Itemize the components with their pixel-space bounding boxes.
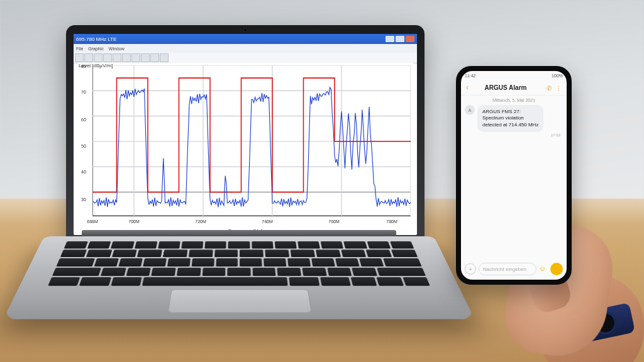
- menubar[interactable]: File Graphic Window: [74, 44, 417, 53]
- add-icon[interactable]: +: [465, 263, 476, 275]
- window-title: 695-780 MHz LTE: [76, 36, 116, 42]
- window-titlebar: 695-780 MHz LTE: [74, 34, 417, 44]
- tool-icon[interactable]: [84, 53, 93, 62]
- limit-mask-series: [92, 78, 411, 192]
- maximize-icon[interactable]: [396, 36, 404, 42]
- tool-icon[interactable]: [122, 53, 131, 62]
- chat-title: ARGUS Alarm: [485, 84, 527, 91]
- x-tick: 720M: [195, 219, 206, 224]
- placeholder: Nachricht eingeben: [483, 266, 526, 272]
- trackpad[interactable]: [168, 290, 312, 313]
- y-tick: 70: [81, 90, 86, 94]
- minimize-icon[interactable]: [386, 36, 394, 42]
- message-line: Spectrum violation: [482, 115, 538, 121]
- y-tick: 80: [81, 64, 86, 69]
- laptop-screen: 695-780 MHz LTE File Graphic Window Leve…: [74, 34, 417, 235]
- menu-file[interactable]: File: [76, 47, 83, 51]
- back-icon[interactable]: ‹: [466, 83, 469, 92]
- tool-icon[interactable]: [160, 53, 169, 62]
- webcam-icon: [243, 28, 248, 33]
- close-icon[interactable]: [406, 36, 414, 42]
- emoji-icon[interactable]: ☺: [539, 265, 548, 273]
- x-tick: 688M: [87, 219, 98, 224]
- menu-window[interactable]: Window: [109, 47, 125, 51]
- tool-icon[interactable]: [141, 53, 150, 62]
- status-battery: 100%: [552, 74, 563, 78]
- chat-date: Mittwoch, 5. Mai 2021: [461, 98, 567, 102]
- y-tick: 60: [81, 118, 86, 122]
- smartphone: 11:42 100% ‹ ARGUS Alarm ✆⋮ Mittwoch, 5.…: [456, 66, 572, 285]
- composer: + Nachricht eingeben ☺: [465, 262, 563, 276]
- toolbar[interactable]: [74, 53, 417, 63]
- tool-icon[interactable]: [75, 53, 84, 62]
- measurement-series: [92, 87, 411, 207]
- tool-icon[interactable]: [150, 53, 159, 62]
- message-line: ARGUS FMS 27:: [482, 109, 538, 115]
- x-tick: 700M: [128, 219, 140, 224]
- status-time: 11:42: [465, 74, 476, 78]
- spectrum-plot: Level [dBµV/m] 80 70 60: [77, 63, 413, 225]
- chat-header: ‹ ARGUS Alarm ✆⋮: [461, 80, 567, 96]
- message-time: 17:02: [461, 132, 567, 137]
- y-tick: 40: [81, 169, 86, 173]
- avatar: A: [465, 105, 475, 115]
- y-tick: 50: [81, 143, 86, 148]
- call-icon[interactable]: ✆: [547, 85, 552, 92]
- message-row: A ARGUS FMS 27: Spectrum violation detec…: [461, 105, 567, 132]
- message-line: detected at 714.450 MHz: [482, 122, 538, 128]
- tool-icon[interactable]: [113, 53, 121, 62]
- laptop-base: [3, 236, 475, 319]
- phone-statusbar: 11:42 100%: [461, 71, 567, 80]
- menu-icon[interactable]: ⋮: [555, 85, 562, 92]
- send-button[interactable]: [550, 263, 563, 275]
- keyboard[interactable]: [48, 241, 430, 286]
- plot-svg: [92, 65, 411, 217]
- tool-icon[interactable]: [103, 53, 112, 62]
- tool-icon[interactable]: [131, 53, 140, 62]
- x-tick: 740M: [262, 219, 273, 224]
- tool-icon[interactable]: [94, 53, 103, 62]
- laptop: 695-780 MHz LTE File Graphic Window Leve…: [44, 25, 434, 352]
- photo-scene: 695-780 MHz LTE File Graphic Window Leve…: [0, 0, 644, 362]
- menu-graphic[interactable]: Graphic: [88, 47, 104, 51]
- laptop-lid: 695-780 MHz LTE File Graphic Window Leve…: [66, 25, 425, 245]
- x-tick: 780M: [386, 219, 397, 224]
- x-tick: 760M: [328, 219, 340, 224]
- phone-screen: 11:42 100% ‹ ARGUS Alarm ✆⋮ Mittwoch, 5.…: [461, 71, 567, 280]
- y-tick: 30: [81, 197, 86, 201]
- message-input[interactable]: Nachricht eingeben: [479, 263, 536, 275]
- message-bubble[interactable]: ARGUS FMS 27: Spectrum violation detecte…: [477, 105, 543, 132]
- window-controls[interactable]: [386, 36, 414, 42]
